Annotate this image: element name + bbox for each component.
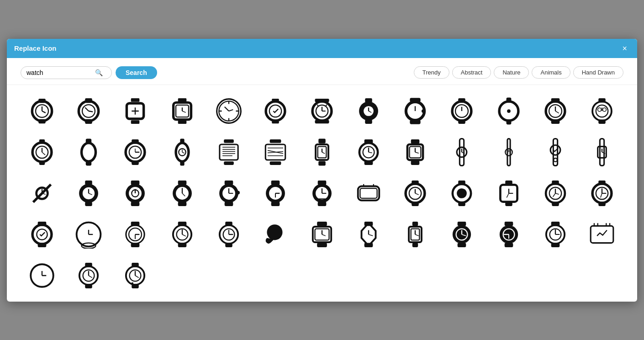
svg-point-85 xyxy=(82,143,96,161)
icon-watch-9[interactable] xyxy=(394,92,437,130)
icon-watch-46[interactable] xyxy=(301,216,343,253)
close-button[interactable]: × xyxy=(619,43,630,53)
icon-watch-44[interactable] xyxy=(207,216,250,253)
icon-watch-13[interactable] xyxy=(581,92,623,130)
icon-watch-18[interactable] xyxy=(207,133,250,171)
icon-watch-55[interactable] xyxy=(114,257,157,294)
icon-watch-30[interactable] xyxy=(160,175,203,212)
icon-watch-17[interactable] xyxy=(160,133,203,171)
icon-watch-31[interactable] xyxy=(207,175,250,212)
svg-line-10 xyxy=(85,107,89,111)
svg-line-97 xyxy=(182,152,185,153)
icon-watch-40[interactable] xyxy=(21,216,63,253)
svg-point-53 xyxy=(422,109,425,113)
search-input-wrap: 🔍 xyxy=(21,66,112,79)
icon-watch-54[interactable] xyxy=(67,257,110,294)
search-button[interactable]: Search xyxy=(116,66,157,79)
svg-line-5 xyxy=(42,111,46,113)
icon-watch-24[interactable] xyxy=(487,133,530,171)
dialog-header: Replace Icon × xyxy=(7,39,637,58)
svg-line-301 xyxy=(135,276,139,278)
svg-rect-13 xyxy=(131,120,140,124)
svg-point-302 xyxy=(132,282,134,284)
icon-watch-21[interactable] xyxy=(347,133,390,171)
icon-watch-4[interactable] xyxy=(160,92,203,130)
icon-watch-15[interactable] xyxy=(67,133,110,171)
svg-point-75 xyxy=(602,108,606,112)
icon-watch-48[interactable] xyxy=(394,216,437,253)
svg-line-196 xyxy=(415,193,419,195)
icon-watch-6[interactable] xyxy=(254,92,297,130)
filter-tab-animals[interactable]: Animals xyxy=(532,66,570,79)
icon-watch-7[interactable] xyxy=(301,92,343,130)
icon-watch-35[interactable] xyxy=(394,175,437,212)
icon-watch-5[interactable] xyxy=(207,92,250,130)
svg-line-130 xyxy=(415,152,419,153)
icon-watch-26[interactable] xyxy=(581,133,623,171)
icon-watch-3[interactable] xyxy=(114,92,157,130)
svg-rect-248 xyxy=(317,222,327,226)
icon-watch-8[interactable] xyxy=(347,92,390,130)
icon-watch-36[interactable] xyxy=(440,175,483,212)
icon-watch-22[interactable] xyxy=(394,133,437,171)
icon-watch-29[interactable] xyxy=(114,175,157,212)
svg-point-173 xyxy=(236,191,240,194)
icon-watch-32[interactable] xyxy=(254,175,297,212)
svg-line-295 xyxy=(89,276,92,278)
filter-tab-trendy[interactable]: Trendy xyxy=(414,66,449,79)
icon-watch-39[interactable] xyxy=(581,175,623,212)
search-input[interactable] xyxy=(26,69,95,76)
svg-line-30 xyxy=(229,109,233,111)
icon-watch-12[interactable] xyxy=(534,92,577,130)
icon-watch-1[interactable] xyxy=(21,92,63,130)
svg-line-118 xyxy=(322,152,325,154)
svg-rect-113 xyxy=(318,138,326,143)
svg-rect-107 xyxy=(269,161,281,165)
icon-watch-27[interactable] xyxy=(21,175,63,212)
icon-watch-50[interactable] xyxy=(487,216,530,253)
icon-watch-28[interactable] xyxy=(67,175,110,212)
svg-line-206 xyxy=(507,193,509,197)
filter-tab-handdrawn[interactable]: Hand Drawn xyxy=(573,66,623,79)
svg-line-22 xyxy=(182,111,186,112)
svg-line-82 xyxy=(42,152,45,155)
icon-watch-14[interactable] xyxy=(21,133,63,171)
icon-watch-42[interactable] xyxy=(114,216,157,253)
svg-line-263 xyxy=(415,234,419,236)
icon-watch-45[interactable] xyxy=(254,216,297,253)
svg-line-212 xyxy=(555,193,559,194)
svg-rect-99 xyxy=(224,161,234,165)
icon-watch-47[interactable] xyxy=(347,216,390,253)
icon-watch-43[interactable] xyxy=(160,216,203,253)
svg-line-41 xyxy=(317,105,318,106)
icon-watch-25[interactable] xyxy=(534,133,577,171)
icon-watch-2[interactable] xyxy=(67,92,110,130)
icon-watch-16[interactable] xyxy=(114,133,157,171)
icon-watch-41[interactable] xyxy=(67,216,110,253)
filter-tab-nature[interactable]: Nature xyxy=(494,66,529,79)
svg-point-140 xyxy=(554,158,557,162)
filter-tab-abstract[interactable]: Abstract xyxy=(452,66,491,79)
icon-watch-53[interactable] xyxy=(21,257,63,294)
svg-point-63 xyxy=(507,109,511,113)
icon-watch-11[interactable] xyxy=(487,92,530,130)
icon-watch-23[interactable] xyxy=(440,133,483,171)
icon-watch-38[interactable] xyxy=(534,175,577,212)
svg-line-11 xyxy=(89,111,93,112)
icon-watch-51[interactable] xyxy=(534,216,577,253)
icon-watch-19[interactable] xyxy=(254,133,297,171)
filter-tabs: Trendy Abstract Nature Animals Hand Draw… xyxy=(414,66,623,79)
icon-watch-20[interactable] xyxy=(301,133,343,171)
svg-rect-12 xyxy=(131,98,140,102)
icon-watch-33[interactable] xyxy=(301,175,343,212)
svg-rect-98 xyxy=(224,139,234,143)
svg-line-124 xyxy=(369,152,372,153)
svg-point-200 xyxy=(457,188,467,198)
icon-watch-10[interactable] xyxy=(440,92,483,130)
dialog-title: Replace Icon xyxy=(14,44,57,52)
icon-watch-49[interactable] xyxy=(440,216,483,253)
icon-watch-52[interactable] xyxy=(581,216,623,253)
svg-rect-249 xyxy=(317,243,327,247)
icon-watch-37[interactable] xyxy=(487,175,530,212)
icon-watch-34[interactable] xyxy=(347,175,390,212)
